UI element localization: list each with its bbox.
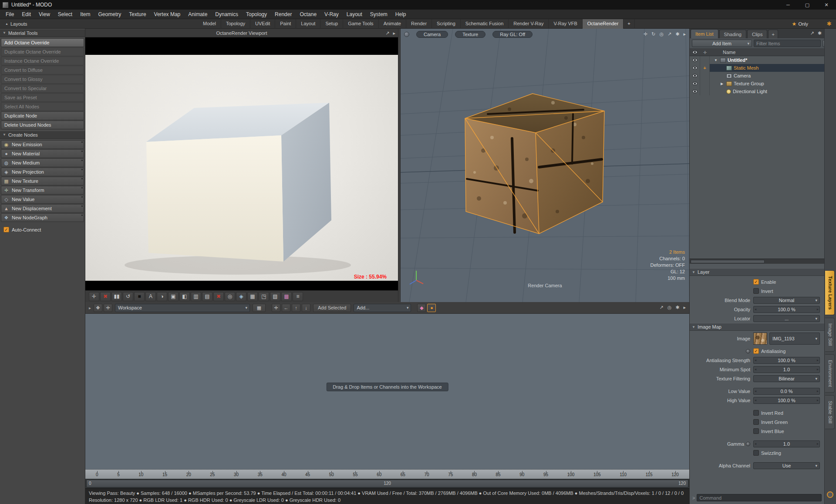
eye-icon[interactable] — [692, 66, 698, 70]
button-new-projection[interactable]: ◈New Projection — [1, 168, 84, 176]
button-new-transform[interactable]: ✛New Transform — [1, 186, 84, 195]
material-ball-icon[interactable]: ◈ — [236, 292, 246, 301]
raygl-dropdown[interactable]: Ray GL: Off — [492, 31, 533, 38]
eye-icon[interactable] — [692, 82, 698, 85]
panel-menu-icon[interactable]: ▸ — [683, 305, 686, 310]
dropdown-image[interactable]: IMG_1193▾ — [769, 333, 820, 345]
pan-icon[interactable]: ✛ — [644, 31, 647, 37]
horizontal-scrollbar[interactable] — [690, 259, 824, 264]
command-input[interactable] — [697, 494, 822, 501]
add-item-dropdown[interactable]: Add Item ▾ — [692, 40, 752, 47]
dropdown-locator[interactable]: ...▾ — [753, 315, 820, 322]
button-new-medium[interactable]: ◍New Medium — [1, 158, 84, 167]
render-stats-icon[interactable]: ≡ — [293, 292, 303, 301]
item-row-camera[interactable]: Camera — [690, 72, 824, 80]
item-row-static-mesh[interactable]: +Static Mesh — [690, 64, 824, 72]
menu-vertex-map[interactable]: Vertex Map — [150, 10, 185, 19]
maximize-button[interactable]: ▢ — [798, 0, 817, 10]
timeline-range-bar[interactable]: 0 120 120 — [85, 479, 689, 488]
only-toggle[interactable]: ★ Only — [792, 21, 808, 27]
menu-animate[interactable]: Animate — [184, 10, 211, 19]
create-nodes-header[interactable]: ▼ Create Nodes — [0, 131, 85, 139]
button-add-octane-override[interactable]: Add Octane Override — [1, 38, 84, 47]
expand-icon[interactable]: ↗ — [385, 30, 389, 36]
minimize-button[interactable]: ─ — [779, 0, 798, 10]
layout-tab-render-v-ray[interactable]: Render V-Ray — [509, 19, 549, 29]
button-new-nodegraph[interactable]: ❖New NodeGraph — [1, 213, 84, 222]
material-tools-header[interactable]: ▼ Material Tools — [0, 29, 85, 37]
layout-tab-scripting[interactable]: Scripting — [432, 19, 461, 29]
clay-mode-icon[interactable]: ■ — [134, 292, 145, 301]
pick-focus-icon[interactable]: ◎ — [225, 292, 235, 301]
disclosure-closed-icon[interactable]: ▶ — [719, 82, 725, 86]
expand-icon[interactable]: ↗ — [667, 31, 671, 37]
checkbox-invert-red[interactable] — [753, 410, 759, 416]
render-region-icon[interactable]: ▣ — [168, 292, 179, 301]
sync-graph-icon[interactable]: ✛ — [104, 304, 112, 312]
menu-render[interactable]: Render — [271, 10, 296, 19]
dropdown-texture-filtering[interactable]: Bilinear▾ — [753, 375, 820, 382]
expand-icon[interactable]: ↗ — [659, 305, 663, 310]
back-icon[interactable]: ← — [282, 304, 290, 312]
expand-icon[interactable]: ↗ — [810, 30, 814, 36]
layout-tab-game-tools[interactable]: Game Tools — [343, 19, 379, 29]
stop-render-icon[interactable]: ✖ — [100, 292, 111, 301]
side-tab-image-still[interactable]: Image Still — [825, 318, 835, 351]
dropdown-blend-mode[interactable]: Normal▾ — [753, 297, 820, 304]
layout-tab-paint[interactable]: Paint — [275, 19, 296, 29]
layout-tab-schematic-fusion[interactable]: Schematic Fusion — [461, 19, 509, 29]
visibility-cell[interactable] — [690, 56, 700, 64]
workspace-dropdown[interactable]: Workspace ▾ — [115, 304, 250, 312]
button-new-texture[interactable]: ▦New Texture — [1, 177, 84, 185]
save-image-icon[interactable]: ◳ — [259, 292, 269, 301]
close-button[interactable]: ✕ — [817, 0, 836, 10]
settings-gear-icon[interactable]: ✱ — [827, 20, 832, 27]
checkbox-invert-green[interactable] — [753, 419, 759, 425]
menu-topology[interactable]: Topology — [242, 10, 271, 19]
visibility-cell[interactable] — [690, 87, 700, 95]
item-row-directional-light[interactable]: Directional Light — [690, 87, 824, 95]
zoom-icon[interactable]: ◎ — [659, 31, 664, 37]
gradient-swatch-button[interactable]: ◆ — [417, 304, 426, 312]
menu-view[interactable]: View — [35, 10, 54, 19]
value-field-opacity[interactable]: ◂100.0 %▸ — [753, 306, 820, 313]
add-selected-button[interactable]: Add Selected — [313, 304, 351, 312]
layout-tab-animate[interactable]: Animate — [379, 19, 406, 29]
layouts-button[interactable]: ▲ Layouts — [0, 21, 32, 27]
lock-region-icon[interactable]: ◧ — [179, 292, 190, 301]
viewport-options-button[interactable] — [404, 32, 409, 37]
tab-shading[interactable]: Shading — [719, 30, 746, 38]
fit-view-icon[interactable]: ✛ — [89, 292, 99, 301]
layer-section-header[interactable]: ▼ Layer — [690, 268, 824, 276]
settings-icon[interactable]: ✱ — [675, 305, 679, 310]
eye-icon[interactable] — [692, 58, 698, 62]
item-row-texture-group[interactable]: ▶Texture Group — [690, 80, 824, 87]
button-delete-unused-nodes[interactable]: Delete Unused Nodes — [1, 121, 84, 129]
restart-render-icon[interactable]: ↺ — [123, 292, 133, 301]
tab-clips[interactable]: Clips — [747, 30, 767, 38]
down-icon[interactable]: ↓ — [302, 304, 310, 312]
image-sequence-icon[interactable]: ▧ — [270, 292, 280, 301]
button-new-displacement[interactable]: ▲New Displacement — [1, 204, 84, 213]
visibility-cell[interactable] — [690, 64, 700, 72]
add-node-icon[interactable]: ❖ — [94, 304, 102, 312]
side-tab-texture-layers[interactable]: Texture Layers — [825, 270, 835, 315]
panel-collapse-icon[interactable]: ▸ — [89, 306, 91, 310]
menu-system[interactable]: System — [366, 10, 391, 19]
menu-dynamics[interactable]: Dynamics — [211, 10, 242, 19]
eye-icon[interactable] — [692, 90, 698, 93]
zoom-icon[interactable]: ◎ — [667, 305, 672, 310]
side-tab-stable-still[interactable]: Stable Still — [825, 395, 835, 429]
menu-v-ray[interactable]: V-Ray — [320, 10, 343, 19]
visibility-cell[interactable] — [690, 80, 700, 87]
side-tab-environment[interactable]: Environment — [825, 354, 835, 393]
octane-render-viewport[interactable]: OctaneRender Viewport ↗▸ Size : 55.94% — [85, 29, 398, 290]
envelope-toggle-icon[interactable] — [746, 442, 750, 446]
layout-tab-topology[interactable]: Topology — [221, 19, 250, 29]
value-field-low-value[interactable]: ◂0.0 %▸ — [753, 388, 820, 395]
value-field-high-value[interactable]: ◂100.0 %▸ — [753, 397, 820, 404]
layout-tab-uvedit[interactable]: UVEdit — [250, 19, 275, 29]
settings-icon[interactable]: ✱ — [675, 31, 679, 37]
item-row-untitled[interactable]: ▼Untitled* — [690, 56, 824, 64]
clock-icon[interactable]: ◑ — [157, 292, 167, 301]
